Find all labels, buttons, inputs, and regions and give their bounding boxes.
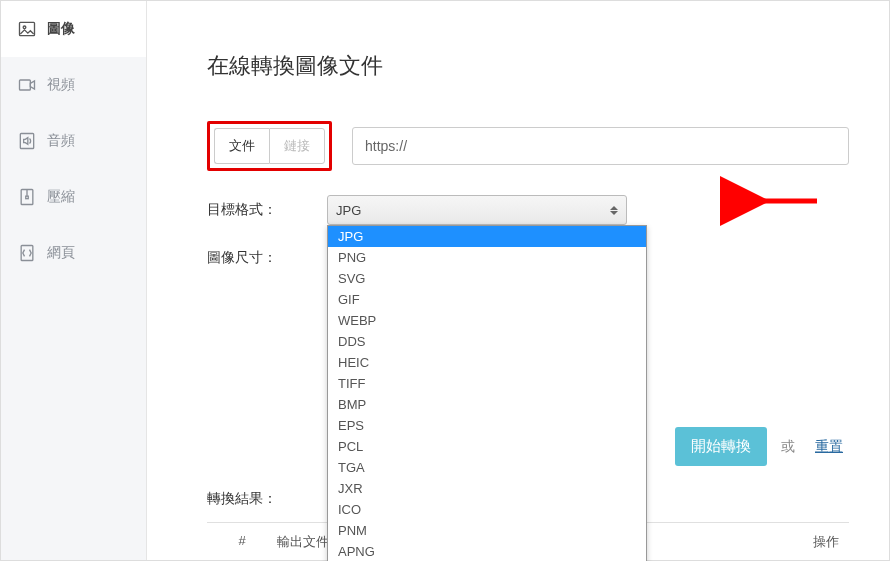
format-option[interactable]: TIFF: [328, 373, 646, 394]
sidebar-item-audio[interactable]: 音頻: [1, 113, 146, 169]
format-option[interactable]: PNM: [328, 520, 646, 541]
sidebar-item-webpage[interactable]: 網頁: [1, 225, 146, 281]
reset-button[interactable]: 重置: [809, 437, 849, 457]
format-option[interactable]: APNG: [328, 541, 646, 561]
audio-icon: [17, 131, 37, 151]
format-option[interactable]: PNG: [328, 247, 646, 268]
video-icon: [17, 75, 37, 95]
target-format-row: 目標格式： JPG JPGPNGSVGGIFWEBPDDSHEICTIFFBMP…: [207, 195, 849, 225]
sidebar-item-compress[interactable]: 壓縮: [1, 169, 146, 225]
select-display[interactable]: JPG: [327, 195, 627, 225]
target-format-label: 目標格式：: [207, 201, 327, 219]
sidebar-item-video[interactable]: 視頻: [1, 57, 146, 113]
or-text: 或: [781, 438, 795, 456]
svg-rect-0: [20, 22, 35, 35]
format-option[interactable]: JPG: [328, 226, 646, 247]
format-option[interactable]: HEIC: [328, 352, 646, 373]
webpage-icon: [17, 243, 37, 263]
format-option[interactable]: WEBP: [328, 310, 646, 331]
page-title: 在線轉換圖像文件: [207, 51, 849, 81]
image-size-label: 圖像尺寸：: [207, 249, 327, 267]
format-option[interactable]: BMP: [328, 394, 646, 415]
sidebar-item-label: 網頁: [47, 244, 75, 262]
start-convert-button[interactable]: 開始轉換: [675, 427, 767, 466]
format-option[interactable]: GIF: [328, 289, 646, 310]
format-option[interactable]: EPS: [328, 415, 646, 436]
format-option[interactable]: TGA: [328, 457, 646, 478]
input-mode-toggle: 文件 鏈接: [207, 121, 332, 171]
format-dropdown[interactable]: JPGPNGSVGGIFWEBPDDSHEICTIFFBMPEPSPCLTGAJ…: [327, 225, 647, 561]
image-icon: [17, 19, 37, 39]
target-format-select[interactable]: JPG JPGPNGSVGGIFWEBPDDSHEICTIFFBMPEPSPCL…: [327, 195, 627, 225]
svg-rect-2: [20, 80, 31, 90]
link-mode-button[interactable]: 鏈接: [269, 128, 325, 164]
sidebar-item-image[interactable]: 圖像: [1, 1, 146, 57]
sidebar-item-label: 音頻: [47, 132, 75, 150]
sidebar-item-label: 圖像: [47, 20, 75, 38]
main-content: 在線轉換圖像文件 文件 鏈接 目標格式： JPG JPGPNGSVGGIFWEB…: [147, 1, 889, 560]
sidebar: 圖像 視頻 音頻 壓縮 網頁: [1, 1, 147, 560]
col-ops: 操作: [769, 533, 849, 551]
sidebar-item-label: 視頻: [47, 76, 75, 94]
file-mode-button[interactable]: 文件: [214, 128, 269, 164]
format-option[interactable]: PCL: [328, 436, 646, 457]
format-option[interactable]: DDS: [328, 331, 646, 352]
svg-point-1: [23, 26, 26, 29]
input-source-row: 文件 鏈接: [207, 121, 849, 171]
format-option[interactable]: JXR: [328, 478, 646, 499]
format-option[interactable]: SVG: [328, 268, 646, 289]
col-index: #: [207, 533, 277, 551]
svg-rect-5: [26, 196, 29, 199]
updown-icon: [610, 206, 618, 215]
svg-rect-3: [20, 134, 33, 149]
select-current-value: JPG: [336, 203, 361, 218]
sidebar-item-label: 壓縮: [47, 188, 75, 206]
url-input[interactable]: [352, 127, 849, 165]
format-option[interactable]: ICO: [328, 499, 646, 520]
compress-icon: [17, 187, 37, 207]
